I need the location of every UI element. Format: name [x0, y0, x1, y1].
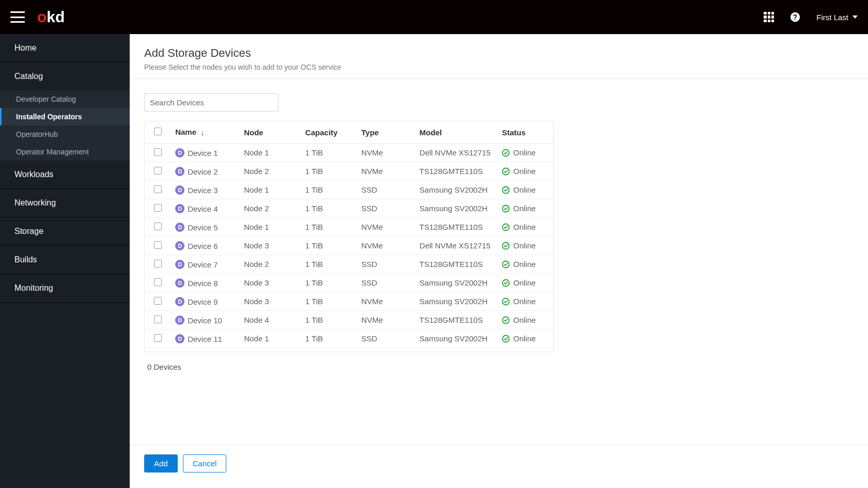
col-header-capacity[interactable]: Capacity [301, 121, 357, 144]
row-status-cell: Online [498, 237, 553, 255]
row-name-cell: DDevice 6 [171, 237, 240, 255]
row-checkbox[interactable] [154, 204, 162, 212]
apps-launcher-button[interactable] [764, 12, 774, 22]
sidebar-item-storage[interactable]: Storage [0, 217, 130, 246]
row-name-cell: DDevice 8 [171, 274, 240, 292]
row-checkbox[interactable] [154, 334, 162, 342]
device-name: Device 5 [188, 223, 218, 232]
row-status-cell: Online [498, 162, 553, 181]
logo: okd [37, 8, 65, 26]
row-capacity-cell: 1 TiB [301, 329, 357, 348]
footer-actions: Add Cancel [130, 445, 868, 488]
device-name: Device 2 [188, 167, 218, 176]
row-capacity-cell: 1 TiB [301, 144, 357, 162]
row-status-cell: Online [498, 329, 553, 348]
user-menu-button[interactable]: First Last [816, 13, 858, 22]
user-name: First Last [816, 13, 848, 22]
row-checkbox[interactable] [154, 148, 162, 156]
col-header-node[interactable]: Node [240, 121, 301, 144]
row-status-cell: Online [498, 199, 553, 218]
devices-table-scroll[interactable]: Name ↓ Node Capacity Type Model Status D… [145, 121, 553, 352]
table-row: DDevice 11Node 11 TiBSSDSamsung SV2002HO… [145, 329, 553, 348]
status-text: Online [513, 334, 535, 343]
sidebar-item-operator-management[interactable]: Operator Management [0, 143, 130, 161]
table-row: DDevice 7Node 21 TiBSSDTS128GMTE110SOnli… [145, 255, 553, 274]
devices-table: Name ↓ Node Capacity Type Model Status D… [145, 121, 553, 352]
row-checkbox[interactable] [154, 316, 162, 323]
row-capacity-cell: 1 TiB [301, 348, 357, 352]
row-model-cell: TS128GMTE110S [415, 162, 498, 181]
add-button[interactable]: Add [144, 454, 178, 473]
col-header-status[interactable]: Status [498, 121, 553, 144]
row-status-cell: Online [498, 255, 553, 274]
row-model-cell: Dell NVMe XS12715 [415, 237, 498, 255]
row-checkbox-cell [145, 311, 171, 329]
check-circle-icon [502, 167, 510, 176]
row-type-cell: NVMe [357, 218, 415, 237]
help-icon: ? [789, 11, 801, 23]
row-checkbox[interactable] [154, 260, 162, 267]
row-checkbox[interactable] [154, 297, 162, 305]
row-name-cell: DDevice 5 [171, 218, 240, 237]
row-capacity-cell: 1 TiB [301, 218, 357, 237]
device-badge-icon: D [175, 278, 184, 288]
help-button[interactable]: ? [789, 11, 801, 23]
search-input[interactable] [144, 93, 278, 112]
status-text: Online [513, 167, 535, 176]
row-checkbox-cell [145, 237, 171, 255]
table-row: DDevice 6Node 31 TiBNVMeDell NVMe XS1271… [145, 237, 553, 255]
content-body: Name ↓ Node Capacity Type Model Status D… [130, 79, 868, 445]
row-capacity-cell: 1 TiB [301, 311, 357, 329]
table-row: DDevice 3Node 11 TiBSSDSamsung SV2002HOn… [145, 181, 553, 199]
row-checkbox[interactable] [154, 241, 162, 249]
row-type-cell: NVMe [357, 144, 415, 162]
check-circle-icon [502, 335, 510, 343]
device-badge-icon: D [175, 316, 184, 325]
device-name: Device 4 [188, 204, 218, 213]
col-header-model[interactable]: Model [415, 121, 498, 144]
status-text: Online [513, 204, 535, 213]
sidebar-item-operatorhub[interactable]: OperatorHub [0, 125, 130, 143]
sidebar-item-home[interactable]: Home [0, 34, 130, 62]
row-type-cell: NVMe [357, 162, 415, 181]
row-checkbox[interactable] [154, 185, 162, 193]
row-status-cell: Online [498, 311, 553, 329]
row-node-cell: Node 3 [240, 237, 301, 255]
row-type-cell: NVMe [357, 237, 415, 255]
sidebar-item-developer-catalog[interactable]: Developer Catalog [0, 90, 130, 108]
sidebar-item-workloads[interactable]: Workloads [0, 161, 130, 189]
device-name: Device 8 [188, 279, 218, 288]
logo-o: o [37, 8, 47, 25]
col-header-type[interactable]: Type [357, 121, 415, 144]
cancel-button[interactable]: Cancel [183, 454, 227, 473]
device-name: Device 6 [188, 242, 218, 250]
table-row: DDevice 10Node 41 TiBNVMeTS128GMTE110SOn… [145, 311, 553, 329]
device-badge-icon: D [175, 260, 184, 269]
apps-grid-icon [764, 12, 774, 22]
hamburger-menu-button[interactable] [10, 11, 25, 23]
row-status-cell: Online [498, 348, 553, 352]
device-badge-icon: D [175, 167, 184, 176]
row-node-cell: Node 4 [240, 311, 301, 329]
col-header-name[interactable]: Name ↓ [171, 121, 240, 144]
sidebar-item-monitoring[interactable]: Monitoring [0, 274, 130, 303]
row-node-cell: Node 2 [240, 255, 301, 274]
sidebar-item-installed-operators[interactable]: Installed Operators [0, 108, 130, 125]
device-name: Device 3 [188, 186, 218, 195]
page-subtitle: Please Select the nodes you wish to add … [144, 63, 854, 71]
sidebar-section-catalog[interactable]: Catalog [0, 62, 130, 90]
row-model-cell: TS128GMTE110S [415, 311, 498, 329]
sidebar-item-builds[interactable]: Builds [0, 246, 130, 274]
device-badge-icon: D [175, 185, 184, 195]
row-checkbox[interactable] [154, 223, 162, 230]
row-model-cell: TS128GMTE110S [415, 218, 498, 237]
row-name-cell: DDevice 9 [171, 292, 240, 311]
row-checkbox[interactable] [154, 167, 162, 175]
row-checkbox[interactable] [154, 278, 162, 286]
row-type-cell: SSD [357, 348, 415, 352]
row-checkbox-cell [145, 274, 171, 292]
row-status-cell: Online [498, 274, 553, 292]
check-circle-icon [502, 149, 510, 157]
sidebar-item-networking[interactable]: Networking [0, 189, 130, 217]
select-all-checkbox[interactable] [154, 128, 162, 135]
